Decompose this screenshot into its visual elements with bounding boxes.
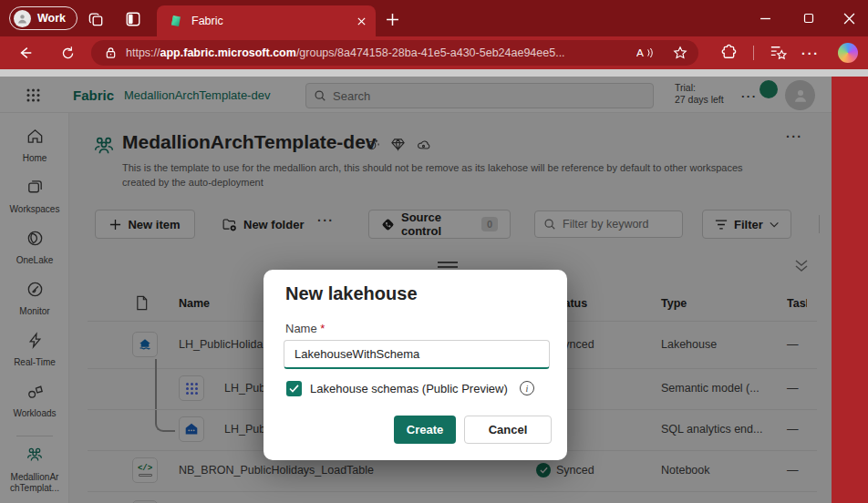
profile-avatar-icon (14, 10, 31, 27)
new-tab-icon[interactable] (381, 8, 403, 30)
lakehouse-name-input[interactable] (284, 340, 550, 369)
create-button[interactable]: Create (394, 416, 456, 444)
browser-profile-button[interactable]: Work (9, 6, 78, 30)
new-lakehouse-dialog: New lakehouse Name * Lakehouse schemas (… (264, 270, 567, 460)
tab-close-icon[interactable] (356, 16, 367, 26)
read-aloud-icon[interactable]: A (636, 46, 655, 60)
address-bar[interactable]: https://app.fabric.microsoft.com/groups/… (91, 40, 698, 66)
copilot-icon[interactable] (838, 43, 858, 63)
extensions-icon[interactable] (718, 43, 738, 66)
tab-title: Fabric (191, 15, 356, 27)
browser-titlebar: Work Fabric (0, 0, 868, 36)
window-minimize-button[interactable] (751, 7, 779, 29)
url-scheme: https:// (126, 46, 160, 59)
browser-more-icon[interactable]: ··· (801, 46, 820, 61)
refresh-icon[interactable] (55, 40, 80, 66)
tab-groups-icon[interactable] (85, 8, 107, 30)
browser-window: Work Fabric (0, 0, 868, 503)
edge-sidebar (832, 77, 868, 503)
cancel-button[interactable]: Cancel (464, 416, 552, 444)
info-icon[interactable]: i (520, 381, 534, 395)
schemas-checkbox-label[interactable]: Lakehouse schemas (Public Preview) (310, 382, 508, 395)
dialog-title: New lakehouse (285, 283, 418, 304)
navbar-divider (753, 46, 754, 60)
profile-label: Work (37, 12, 66, 25)
page-top-strip (0, 69, 868, 77)
url-text: https://app.fabric.microsoft.com/groups/… (126, 46, 636, 59)
back-icon[interactable] (13, 40, 38, 66)
window-maximize-button[interactable] (795, 7, 822, 29)
fabric-favicon-icon (169, 14, 183, 28)
svg-text:A: A (636, 46, 644, 59)
url-path: /groups/8a474158-28ba-41e5-a430-5eb24ae9… (296, 46, 565, 59)
window-close-button[interactable] (835, 7, 863, 29)
name-field-label: Name * (285, 322, 325, 335)
required-asterisk: * (320, 322, 325, 335)
lock-icon (105, 46, 117, 59)
split-screen-icon[interactable] (122, 8, 144, 30)
browser-tab-fabric[interactable]: Fabric (157, 5, 376, 36)
url-host: app.fabric.microsoft.com (160, 46, 296, 59)
schemas-checkbox[interactable] (286, 381, 302, 396)
favorites-hub-icon[interactable] (769, 43, 788, 66)
favorite-star-icon[interactable] (673, 46, 687, 60)
name-label-text: Name (285, 322, 317, 335)
checkmark-icon (289, 385, 299, 393)
